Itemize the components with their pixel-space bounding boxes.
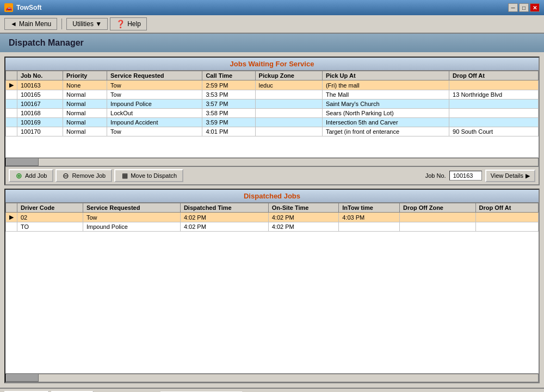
job-no-cell: 100168: [17, 109, 63, 118]
dropoff-cell: 90 South Court: [449, 127, 539, 136]
menu-bar: ◄ Main Menu Utilities ▼ ❓ Help: [0, 15, 544, 34]
app-title: TowSoft: [16, 4, 41, 11]
service-cell: Tow: [107, 80, 202, 90]
dropoff-cell: [475, 222, 538, 232]
pickupzone-cell: leduc: [255, 80, 322, 90]
calltime-cell: 3:53 PM: [202, 90, 255, 99]
dispatched-table-row[interactable]: ▶02Tow4:02 PM4:02 PM4:03 PM: [6, 213, 539, 222]
restore-button[interactable]: □: [519, 3, 529, 12]
col-priority: Priority: [63, 71, 107, 80]
pickupzone-cell: [255, 127, 322, 136]
col-service: Service Requested: [107, 71, 202, 80]
intow-cell: 4:03 PM: [339, 213, 400, 222]
dcol-arrow: [6, 203, 17, 213]
dcol-service: Service Requested: [83, 203, 180, 213]
remove-job-button[interactable]: ⊖ Remove Job: [55, 169, 112, 182]
dservice-cell: Tow: [83, 213, 180, 222]
darrow-cell: [6, 222, 17, 232]
page-title: Dispatch Manager: [9, 38, 535, 48]
waiting-toolbar: ⊕ Add Job ⊖ Remove Job ▦ Move to Dispatc…: [5, 166, 539, 184]
minimize-button[interactable]: ─: [508, 3, 518, 12]
dispatched-hscrollbar[interactable]: [5, 374, 539, 382]
arrow-cell: ▶: [6, 80, 17, 90]
dispatched-table-row[interactable]: TOImpound Police4:02 PM4:02 PM: [6, 222, 539, 232]
service-cell: Tow: [107, 127, 202, 136]
waiting-table-row[interactable]: 100165NormalTow3:53 PMThe Mall13 Northri…: [6, 90, 539, 99]
dropoff-cell: [449, 118, 539, 127]
arrow-cell: [6, 90, 17, 99]
dispatched-jobs-section: Dispatched Jobs Driver Code Service Requ…: [4, 189, 540, 383]
pickup-cell: Target (in front of enterance: [322, 127, 449, 136]
waiting-table-row[interactable]: 100169NormalImpound Accident3:59 PMInter…: [6, 118, 539, 127]
service-cell: Impound Accident: [107, 118, 202, 127]
dropoff-cell: [475, 213, 538, 222]
dispatched-hscroll-thumb[interactable]: [6, 374, 39, 382]
priority-cell: Normal: [63, 118, 107, 127]
waiting-hscrollbar[interactable]: [5, 158, 539, 166]
calltime-cell: 2:59 PM: [202, 80, 255, 90]
waiting-table-row[interactable]: ▶100163NoneTow2:59 PMleduc(Fri) the mall: [6, 80, 539, 90]
service-cell: LockOut: [107, 109, 202, 118]
priority-cell: Normal: [63, 90, 107, 99]
pickupzone-cell: [255, 99, 322, 109]
bottom-toolbar: ⊗ On-Site ⚙ In-Tow Job Completed ⬛ Move …: [0, 388, 544, 392]
job-no-cell: 100165: [17, 90, 63, 99]
dispatched-cell: 4:02 PM: [180, 213, 268, 222]
page-title-bar: Dispatch Manager: [0, 34, 544, 52]
dcol-onsite: On-Site Time: [268, 203, 338, 213]
pickupzone-cell: [255, 109, 322, 118]
waiting-jobs-table: Job No. Priority Service Requested Call …: [5, 71, 539, 136]
calltime-cell: 3:59 PM: [202, 118, 255, 127]
waiting-table-container[interactable]: Job No. Priority Service Requested Call …: [5, 71, 539, 158]
arrow-cell: [6, 109, 17, 118]
waiting-jobs-section: Jobs Waiting For Service Job No. Priorit…: [4, 57, 540, 185]
waiting-job-no-display: Job No. 100163 View Details ▶: [425, 170, 535, 182]
menu-separator: [61, 18, 62, 29]
utilities-menu-button[interactable]: Utilities ▼: [66, 18, 108, 30]
dropoff-cell: [449, 109, 539, 118]
waiting-table-row[interactable]: 100170NormalTow4:01 PMTarget (in front o…: [6, 127, 539, 136]
priority-cell: Normal: [63, 99, 107, 109]
pickup-cell: The Mall: [322, 90, 449, 99]
calltime-cell: 3:58 PM: [202, 109, 255, 118]
col-pickupzone: Pickup Zone: [255, 71, 322, 80]
remove-icon: ⊖: [62, 172, 70, 179]
priority-cell: None: [63, 80, 107, 90]
close-button[interactable]: ✕: [530, 3, 540, 12]
waiting-hscroll-thumb[interactable]: [6, 158, 39, 166]
waiting-job-no-value: 100163: [449, 171, 482, 181]
dispatched-jobs-title: Dispatched Jobs: [5, 190, 539, 203]
add-job-button[interactable]: ⊕ Add Job: [9, 169, 53, 182]
pickup-cell: (Fri) the mall: [322, 80, 449, 90]
priority-cell: Normal: [63, 109, 107, 118]
service-cell: Tow: [107, 90, 202, 99]
help-menu-button[interactable]: ❓ Help: [110, 17, 147, 30]
arrow-cell: [6, 127, 17, 136]
waiting-job-no-label: Job No.: [425, 172, 446, 179]
intow-cell: [339, 222, 400, 232]
waiting-table-row[interactable]: 100167NormalImpound Police3:57 PMSaint M…: [6, 99, 539, 109]
priority-cell: Normal: [63, 127, 107, 136]
pickup-cell: Saint Mary's Church: [322, 99, 449, 109]
app-icon: 🚗: [4, 3, 13, 12]
waiting-view-details-button[interactable]: View Details ▶: [485, 170, 535, 182]
dispatched-table-container[interactable]: Driver Code Service Requested Dispatched…: [5, 203, 539, 374]
main-menu-button[interactable]: ◄ Main Menu: [4, 18, 57, 30]
job-no-cell: 100167: [17, 99, 63, 109]
calltime-cell: 4:01 PM: [202, 127, 255, 136]
calltime-cell: 3:57 PM: [202, 99, 255, 109]
pickup-cell: Sears (North Parking Lot): [322, 109, 449, 118]
dispatched-jobs-table: Driver Code Service Requested Dispatched…: [5, 203, 539, 232]
dcol-dropoff: Drop Off At: [475, 203, 538, 213]
waiting-table-row[interactable]: 100168NormalLockOut3:58 PMSears (North P…: [6, 109, 539, 118]
col-pickup: Pick Up At: [322, 71, 449, 80]
title-bar: 🚗 TowSoft ─ □ ✕: [0, 0, 544, 15]
service-cell: Impound Police: [107, 99, 202, 109]
move-to-dispatch-button[interactable]: ▦ Move to Dispatch: [114, 169, 183, 182]
onsite-cell: 4:02 PM: [268, 213, 338, 222]
main-content: Jobs Waiting For Service Job No. Priorit…: [0, 52, 544, 388]
pickupzone-cell: [255, 90, 322, 99]
darrow-cell: ▶: [6, 213, 17, 222]
driver-cell: 02: [17, 213, 83, 222]
back-icon: ◄: [10, 20, 17, 28]
